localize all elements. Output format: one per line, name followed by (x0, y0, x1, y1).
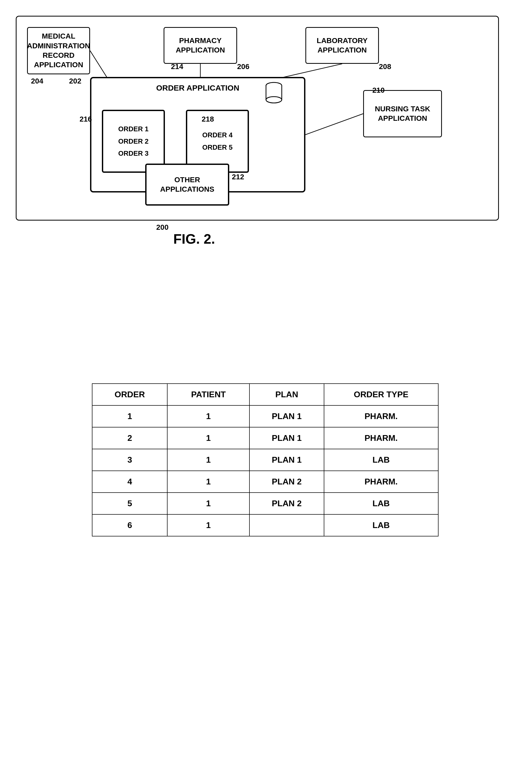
laboratory-box-text: LABORATORY APPLICATION (306, 36, 378, 55)
table-cell-r2-c1: 1 (167, 449, 249, 471)
table-cell-r3-c2: PLAN 2 (249, 471, 324, 492)
mar-label: 204 (31, 77, 43, 85)
table-cell-r4-c3: LAB (324, 492, 438, 515)
table-cell-r3-c1: 1 (167, 471, 249, 492)
col-header-order-type: ORDER TYPE (324, 384, 438, 405)
svg-point-9 (266, 97, 282, 103)
order-sub-left-label: 216 (80, 115, 92, 124)
other-apps-text: OTHER APPLICATIONS (147, 175, 228, 194)
pharmacy-box: PHARMACY APPLICATION (164, 27, 237, 64)
fig3-section: ORDER PATIENT PLAN ORDER TYPE 11PLAN 1PH… (92, 383, 439, 536)
mar-box-text: MEDICAL ADMINISTRATION RECORD APPLICATIO… (27, 31, 90, 70)
db-label: 214 (171, 63, 183, 71)
outer-box-label: 200 (156, 223, 169, 232)
table-cell-r4-c1: 1 (167, 492, 249, 515)
table-cell-r4-c2: PLAN 2 (249, 492, 324, 515)
col-header-patient: PATIENT (167, 384, 249, 405)
table-cell-r5-c1: 1 (167, 515, 249, 536)
table-cell-r2-c2: PLAN 1 (249, 449, 324, 471)
table-row: 51PLAN 2LAB (92, 492, 438, 515)
table-cell-r0-c3: PHARM. (324, 405, 438, 427)
table-cell-r2-c3: LAB (324, 449, 438, 471)
svg-line-2 (279, 64, 342, 78)
lab-label: 208 (379, 63, 391, 71)
order-sub-right-label: 218 (202, 115, 214, 124)
mar-box: MEDICAL ADMINISTRATION RECORD APPLICATIO… (27, 27, 90, 74)
table-row: 11PLAN 1PHARM. (92, 405, 438, 427)
table-cell-r5-c3: LAB (324, 515, 438, 536)
table-cell-r1-c1: 1 (167, 427, 249, 449)
order-app-label: ORDER APPLICATION (156, 83, 239, 92)
order-sub-box-right: ORDER 4ORDER 5 (186, 110, 249, 173)
order-app-number-label: 202 (69, 77, 81, 85)
other-apps-label: 212 (232, 173, 244, 181)
db-cylinder (265, 81, 283, 104)
table-row: 31PLAN 1LAB (92, 449, 438, 471)
nursing-task-box: NURSING TASK APPLICATION (363, 90, 442, 137)
nursing-box-text: NURSING TASK APPLICATION (364, 104, 441, 124)
table-cell-r3-c0: 4 (92, 471, 167, 492)
table-cell-r3-c3: PHARM. (324, 471, 438, 492)
table-cell-r0-c2: PLAN 1 (249, 405, 324, 427)
table-cell-r1-c2: PLAN 1 (249, 427, 324, 449)
other-apps-box: OTHER APPLICATIONS (145, 164, 229, 206)
order-sub-left-text: ORDER 1ORDER 2ORDER 3 (118, 123, 149, 160)
pharmacy-box-text: PHARMACY APPLICATION (164, 36, 236, 55)
fig2-caption: FIG. 2. (173, 231, 215, 247)
table-cell-r1-c0: 2 (92, 427, 167, 449)
svg-line-3 (305, 114, 363, 135)
table-row: 21PLAN 1PHARM. (92, 427, 438, 449)
nursing-label: 210 (372, 86, 385, 94)
order-sub-right-text: ORDER 4ORDER 5 (202, 129, 233, 154)
table-cell-r2-c0: 3 (92, 449, 167, 471)
table-cell-r1-c3: PHARM. (324, 427, 438, 449)
table-cell-r5-c2 (249, 515, 324, 536)
table-cell-r5-c0: 6 (92, 515, 167, 536)
table-cell-r0-c1: 1 (167, 405, 249, 427)
table-row: 41PLAN 2PHARM. (92, 471, 438, 492)
fig2-diagram: MEDICAL ADMINISTRATION RECORD APPLICATIO… (16, 16, 515, 252)
col-header-order: ORDER (92, 384, 167, 405)
laboratory-box: LABORATORY APPLICATION (305, 27, 379, 64)
outer-box: MEDICAL ADMINISTRATION RECORD APPLICATIO… (16, 16, 499, 221)
table-row: 61LAB (92, 515, 438, 536)
table-cell-r0-c0: 1 (92, 405, 167, 427)
fig3-table: ORDER PATIENT PLAN ORDER TYPE 11PLAN 1PH… (92, 383, 439, 536)
table-cell-r4-c0: 5 (92, 492, 167, 515)
order-sub-box-left: ORDER 1ORDER 2ORDER 3 (102, 110, 165, 173)
col-header-plan: PLAN (249, 384, 324, 405)
pharmacy-label: 206 (237, 63, 249, 71)
